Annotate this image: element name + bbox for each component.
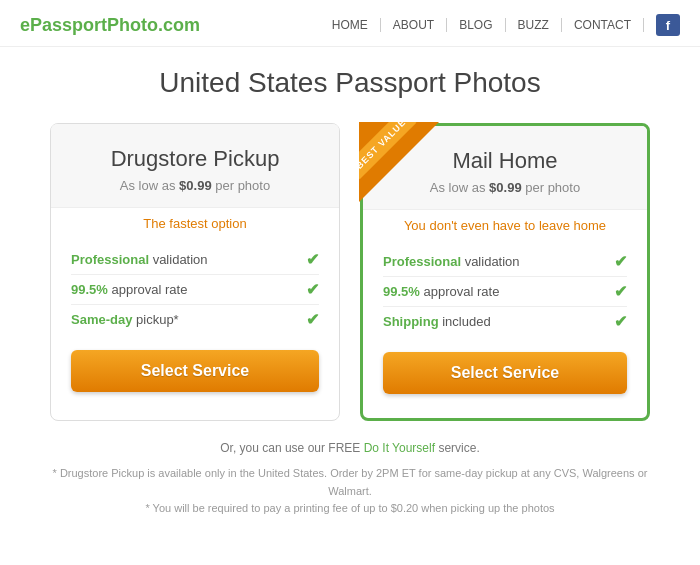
diy-text-after: service.: [435, 441, 480, 455]
card-drugstore-title: Drugstore Pickup: [71, 146, 319, 172]
card-drugstore-header: Drugstore Pickup As low as $0.99 per pho…: [51, 124, 339, 208]
checkmark-icon: ✔: [306, 310, 319, 329]
best-value-ribbon: BEST VALUE: [359, 122, 439, 202]
feature-label: 99.5% approval rate: [383, 284, 499, 299]
diy-text: Or, you can use our FREE Do It Yourself …: [30, 441, 670, 455]
feature-label: Same-day pickup*: [71, 312, 179, 327]
feature-item: 99.5% approval rate ✔: [383, 276, 627, 306]
logo-text-main: ePassportPhoto.: [20, 15, 163, 35]
pricing-cards: Drugstore Pickup As low as $0.99 per pho…: [30, 123, 670, 421]
feature-item: Professional validation ✔: [383, 247, 627, 276]
checkmark-icon: ✔: [306, 250, 319, 269]
card-drugstore: Drugstore Pickup As low as $0.99 per pho…: [50, 123, 340, 421]
fine-print-line1: * Drugstore Pickup is available only in …: [30, 465, 670, 500]
logo: ePassportPhoto.com: [20, 15, 200, 36]
card-mail-home-tagline: You don't even have to leave home: [363, 210, 647, 237]
feature-label: Professional validation: [71, 252, 208, 267]
select-service-button-mail-home[interactable]: Select Service: [383, 352, 627, 394]
checkmark-icon: ✔: [614, 282, 627, 301]
checkmark-icon: ✔: [614, 312, 627, 331]
main-content: United States Passport Photos Drugstore …: [0, 47, 700, 538]
logo-text-accent: com: [163, 15, 200, 35]
main-nav: HOME ABOUT BLOG BUZZ CONTACT f: [320, 14, 680, 36]
nav-contact[interactable]: CONTACT: [562, 18, 644, 32]
select-service-button-drugstore[interactable]: Select Service: [71, 350, 319, 392]
card-mail-home: BEST VALUE Mail Home As low as $0.99 per…: [360, 123, 650, 421]
card-drugstore-features: Professional validation ✔ 99.5% approval…: [51, 235, 339, 350]
card-mail-home-btn-wrapper: Select Service: [363, 352, 647, 394]
feature-label: Shipping included: [383, 314, 491, 329]
diy-text-before: Or, you can use our FREE: [220, 441, 363, 455]
checkmark-icon: ✔: [306, 280, 319, 299]
feature-item: Professional validation ✔: [71, 245, 319, 274]
footer-diy-note: Or, you can use our FREE Do It Yourself …: [30, 441, 670, 455]
header: ePassportPhoto.com HOME ABOUT BLOG BUZZ …: [0, 0, 700, 47]
feature-item: 99.5% approval rate ✔: [71, 274, 319, 304]
nav-home[interactable]: HOME: [320, 18, 381, 32]
feature-item: Shipping included ✔: [383, 306, 627, 336]
card-drugstore-tagline: The fastest option: [51, 208, 339, 235]
fine-print-line2: * You will be required to pay a printing…: [30, 500, 670, 518]
ribbon-text: BEST VALUE: [359, 122, 416, 179]
card-drugstore-price: As low as $0.99 per photo: [71, 178, 319, 193]
page-title: United States Passport Photos: [30, 67, 670, 99]
feature-item: Same-day pickup* ✔: [71, 304, 319, 334]
diy-link[interactable]: Do It Yourself: [364, 441, 435, 455]
feature-label: 99.5% approval rate: [71, 282, 187, 297]
feature-label: Professional validation: [383, 254, 520, 269]
footer-fine-print: * Drugstore Pickup is available only in …: [30, 465, 670, 518]
checkmark-icon: ✔: [614, 252, 627, 271]
card-mail-home-features: Professional validation ✔ 99.5% approval…: [363, 237, 647, 352]
nav-about[interactable]: ABOUT: [381, 18, 447, 32]
nav-buzz[interactable]: BUZZ: [506, 18, 562, 32]
facebook-icon[interactable]: f: [656, 14, 680, 36]
nav-blog[interactable]: BLOG: [447, 18, 505, 32]
card-drugstore-btn-wrapper: Select Service: [51, 350, 339, 392]
